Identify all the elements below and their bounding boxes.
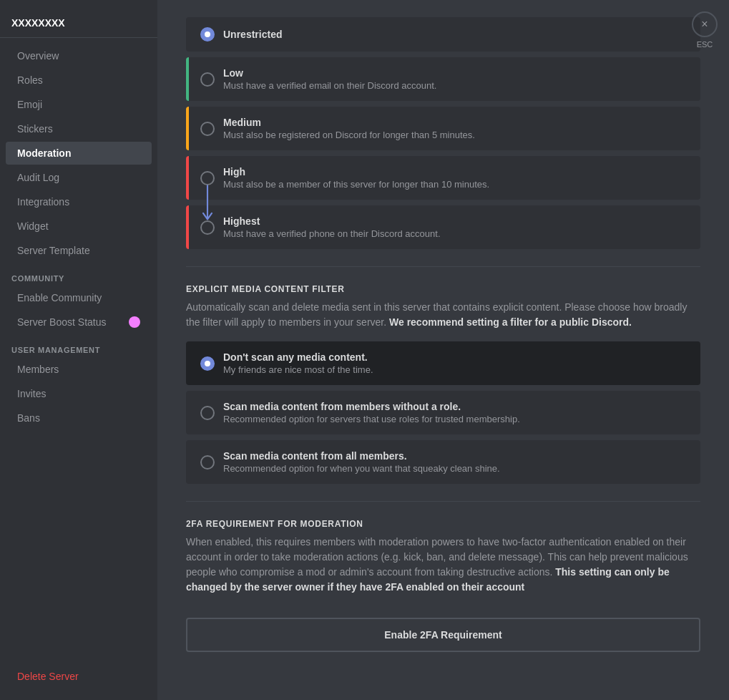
option-low[interactable]: Low Must have a verified email on their … [186, 57, 700, 101]
enable-2fa-button[interactable]: Enable 2FA Requirement [186, 618, 700, 652]
option-medium-desc: Must also be registered on Discord for l… [223, 130, 475, 140]
explicit-media-desc-bold: We recommend setting a filter for a publ… [389, 316, 632, 328]
option-unrestricted[interactable]: Unrestricted [186, 17, 700, 52]
option-low-text: Low Must have a verified email on their … [223, 67, 436, 91]
option-low-label: Low [223, 67, 436, 79]
esc-label: ESC [697, 40, 713, 49]
sidebar-item-invites[interactable]: Invites [6, 382, 152, 405]
option-scan-no-role-desc: Recommended option for servers that use … [223, 414, 520, 424]
server-name: XXXXXXXX [0, 11, 157, 38]
option-highest-desc: Must have a verified phone on their Disc… [223, 228, 441, 239]
radio-scan-no-role [200, 406, 215, 420]
option-unrestricted-text: Unrestricted [223, 29, 282, 40]
sidebar-item-overview[interactable]: Overview [6, 44, 152, 67]
radio-highest [200, 220, 215, 235]
main-content: × ESC Unrestricted Low Must have a verif… [157, 0, 729, 700]
sidebar-item-members[interactable]: Members [6, 358, 152, 381]
option-highest-text: Highest Must have a verified phone on th… [223, 215, 441, 239]
option-scan-all[interactable]: Scan media content from all members. Rec… [186, 440, 700, 484]
sidebar-item-stickers[interactable]: Stickers [6, 117, 152, 140]
radio-scan-all [200, 455, 215, 470]
twofa-section: 2FA REQUIREMENT FOR MODERATION When enab… [186, 519, 700, 652]
sidebar-item-bans[interactable]: Bans [6, 407, 152, 429]
option-medium-label: Medium [223, 117, 475, 128]
option-medium-text: Medium Must also be registered on Discor… [223, 117, 475, 140]
radio-high [200, 171, 215, 185]
server-boost-label: Server Boost Status [17, 316, 107, 328]
sidebar-item-audit-log[interactable]: Audit Log [6, 166, 152, 189]
sidebar-item-server-boost[interactable]: Server Boost Status [6, 311, 152, 334]
sidebar-item-widget[interactable]: Widget [6, 215, 152, 238]
option-high-text: High Must also be a member of this serve… [223, 166, 489, 190]
community-section-label: COMMUNITY [0, 263, 157, 286]
sidebar: XXXXXXXX Overview Roles Emoji Stickers M… [0, 0, 157, 700]
sidebar-item-emoji[interactable]: Emoji [6, 93, 152, 116]
sidebar-item-roles[interactable]: Roles [6, 69, 152, 92]
sidebar-item-delete-server[interactable]: Delete Server [6, 665, 152, 688]
option-dont-scan-desc: My friends are nice most of the time. [223, 364, 373, 375]
option-low-desc: Must have a verified email on their Disc… [223, 80, 436, 91]
option-high[interactable]: High Must also be a member of this serve… [186, 156, 700, 200]
option-dont-scan-label: Don't scan any media content. [223, 351, 373, 363]
option-scan-no-role[interactable]: Scan media content from members without … [186, 391, 700, 434]
esc-icon: × [701, 18, 708, 31]
twofa-desc: When enabled, this requires members with… [186, 535, 700, 595]
option-scan-all-label: Scan media content from all members. [223, 450, 500, 462]
option-scan-all-desc: Recommended option for when you want tha… [223, 463, 500, 474]
boost-icon [129, 316, 140, 328]
option-dont-scan[interactable]: Don't scan any media content. My friends… [186, 341, 700, 385]
divider-1 [186, 266, 700, 267]
explicit-media-title: EXPLICIT MEDIA CONTENT FILTER [186, 284, 700, 294]
option-high-desc: Must also be a member of this server for… [223, 179, 489, 190]
radio-unrestricted [200, 27, 215, 42]
explicit-media-section: EXPLICIT MEDIA CONTENT FILTER Automatica… [186, 284, 700, 484]
sidebar-item-server-template[interactable]: Server Template [6, 239, 152, 262]
esc-button[interactable]: × ESC [692, 11, 718, 49]
sidebar-item-moderation[interactable]: Moderation [6, 142, 152, 165]
option-scan-no-role-text: Scan media content from members without … [223, 401, 520, 424]
option-highest-label: Highest [223, 215, 441, 227]
option-medium[interactable]: Medium Must also be registered on Discor… [186, 107, 700, 150]
radio-medium [200, 122, 215, 136]
option-scan-no-role-label: Scan media content from members without … [223, 401, 520, 412]
option-high-label: High [223, 166, 489, 178]
esc-circle[interactable]: × [692, 11, 718, 37]
option-highest[interactable]: Highest Must have a verified phone on th… [186, 205, 700, 249]
divider-2 [186, 501, 700, 502]
explicit-media-desc: Automatically scan and delete media sent… [186, 300, 700, 330]
option-scan-all-text: Scan media content from all members. Rec… [223, 450, 500, 474]
sidebar-item-integrations[interactable]: Integrations [6, 190, 152, 213]
radio-low [200, 72, 215, 87]
sidebar-item-enable-community[interactable]: Enable Community [6, 286, 152, 309]
user-management-section-label: USER MANAGEMENT [0, 334, 157, 357]
option-dont-scan-text: Don't scan any media content. My friends… [223, 351, 373, 375]
radio-dont-scan [200, 356, 215, 371]
twofa-title: 2FA REQUIREMENT FOR MODERATION [186, 519, 700, 529]
option-unrestricted-label: Unrestricted [223, 29, 282, 40]
